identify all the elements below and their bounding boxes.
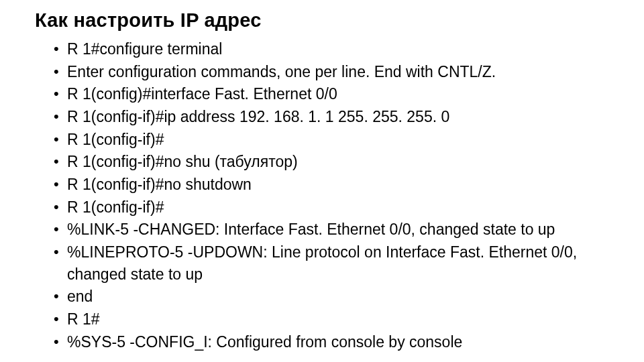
list-item: R 1(config-if)# bbox=[54, 129, 609, 151]
list-item: R 1(config-if)#no shu (табулятор) bbox=[54, 151, 609, 173]
bullet-list: R 1#configure terminal Enter configurati… bbox=[35, 38, 609, 353]
list-item: R 1(config)#interface Fast. Ethernet 0/0 bbox=[54, 83, 609, 105]
list-item: Enter configuration commands, one per li… bbox=[54, 61, 609, 83]
list-item: %LINEPROTO-5 -UPDOWN: Line protocol on I… bbox=[54, 241, 609, 285]
list-item: R 1(config-if)#no shutdown bbox=[54, 174, 609, 196]
page-title: Как настроить IP адрес bbox=[35, 9, 609, 32]
list-item: R 1#configure terminal bbox=[54, 38, 609, 60]
list-item: %SYS-5 -CONFIG_I: Configured from consol… bbox=[54, 331, 609, 353]
list-item: %LINK-5 -CHANGED: Interface Fast. Ethern… bbox=[54, 219, 609, 241]
list-item: end bbox=[54, 286, 609, 308]
list-item: R 1# bbox=[54, 308, 609, 330]
list-item: R 1(config-if)# bbox=[54, 196, 609, 219]
list-item: R 1(config-if)#ip address 192. 168. 1. 1… bbox=[54, 106, 609, 128]
